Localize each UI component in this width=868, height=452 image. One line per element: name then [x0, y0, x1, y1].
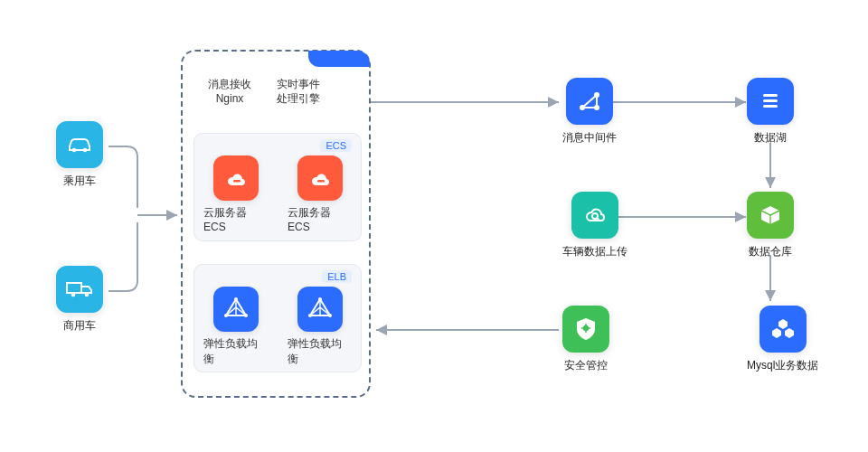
- panel-corner-tab: [308, 51, 370, 67]
- topB-label: 数据湖: [754, 130, 787, 146]
- elb-tag: ELB: [322, 270, 352, 283]
- header-col-1: 消息接收 Nginx: [208, 77, 251, 106]
- node-car: 乘用车: [56, 121, 103, 189]
- ecs-tag: ECS: [320, 139, 352, 152]
- network-icon: [566, 78, 613, 125]
- svg-point-0: [72, 148, 77, 153]
- load-balancer-icon: [213, 287, 259, 332]
- svg-rect-6: [317, 180, 325, 183]
- ecs-item-1: 云服务器ECS: [203, 155, 268, 233]
- svg-point-3: [71, 293, 76, 297]
- edge-truck-to-panel: [108, 222, 137, 291]
- ecs-label-2: 云服务器ECS: [288, 205, 352, 233]
- svg-point-7: [234, 297, 238, 301]
- header2-line2: 处理引擎: [277, 91, 320, 106]
- edge-car-to-panel: [108, 146, 137, 208]
- ecs-group: ECS 云服务器ECS 云服务器ECS: [193, 133, 362, 241]
- svg-point-11: [308, 314, 312, 317]
- svg-point-9: [244, 314, 248, 317]
- elb-label-1: 弹性负载均衡: [203, 336, 268, 367]
- svg-point-10: [318, 297, 322, 301]
- panel-header: 消息接收 Nginx 实时事件 处理引擎: [208, 77, 320, 106]
- header-col-2: 实时事件 处理引擎: [277, 77, 320, 106]
- hex-cluster-icon: [760, 306, 807, 353]
- svg-point-8: [224, 314, 228, 317]
- svg-rect-18: [763, 105, 778, 108]
- svg-point-21: [583, 325, 589, 331]
- midB-label: 数据仓库: [749, 244, 792, 259]
- svg-point-1: [83, 148, 88, 153]
- car-label: 乘用车: [63, 174, 96, 189]
- svg-marker-27: [772, 328, 781, 338]
- svg-point-12: [328, 314, 332, 317]
- svg-marker-28: [785, 328, 794, 338]
- shield-gear-icon: [562, 306, 609, 353]
- botA-label: 安全管控: [564, 358, 608, 373]
- ecs-label-1: 云服务器ECS: [203, 205, 268, 233]
- car-icon: [56, 121, 103, 168]
- header1-line1: 消息接收: [208, 77, 251, 91]
- svg-rect-2: [67, 283, 81, 293]
- node-data-warehouse: 数据仓库: [747, 192, 794, 259]
- elb-group: ELB 弹性负载均衡 弹性负载均衡: [193, 264, 362, 372]
- node-message-mw: 消息中间件: [562, 78, 617, 146]
- node-truck: 商用车: [56, 266, 103, 334]
- truck-icon: [56, 266, 103, 313]
- layers-icon: [747, 78, 794, 125]
- svg-rect-5: [233, 180, 241, 183]
- ecs-item-2: 云服务器ECS: [288, 155, 352, 233]
- node-upload: 车辆数据上传: [562, 192, 627, 259]
- svg-rect-16: [763, 94, 778, 97]
- cloud-server-icon: [213, 155, 259, 201]
- connector-layer: [0, 0, 868, 452]
- svg-rect-17: [763, 99, 778, 102]
- node-mysql: Mysql业务数据: [747, 306, 818, 373]
- topA-label: 消息中间件: [562, 130, 617, 146]
- node-data-lake: 数据湖: [747, 78, 794, 146]
- botB-label: Mysql业务数据: [747, 358, 818, 373]
- load-balancer-icon: [297, 287, 343, 332]
- truck-label: 商用车: [63, 318, 96, 334]
- elb-item-1: 弹性负载均衡: [203, 287, 268, 367]
- cloud-search-icon: [571, 192, 618, 239]
- midA-label: 车辆数据上传: [562, 244, 627, 259]
- node-security: 安全管控: [562, 306, 609, 373]
- svg-point-4: [85, 293, 90, 297]
- cloud-server-icon: [297, 155, 343, 201]
- header2-line1: 实时事件: [277, 77, 320, 91]
- elb-item-2: 弹性负载均衡: [288, 287, 352, 367]
- main-panel: 消息接收 Nginx 实时事件 处理引擎 ECS 云服务器ECS 云服务器ECS: [181, 50, 371, 398]
- elb-label-2: 弹性负载均衡: [288, 336, 352, 367]
- svg-marker-26: [778, 319, 788, 329]
- header1-line2: Nginx: [216, 91, 244, 106]
- cube-icon: [747, 192, 794, 239]
